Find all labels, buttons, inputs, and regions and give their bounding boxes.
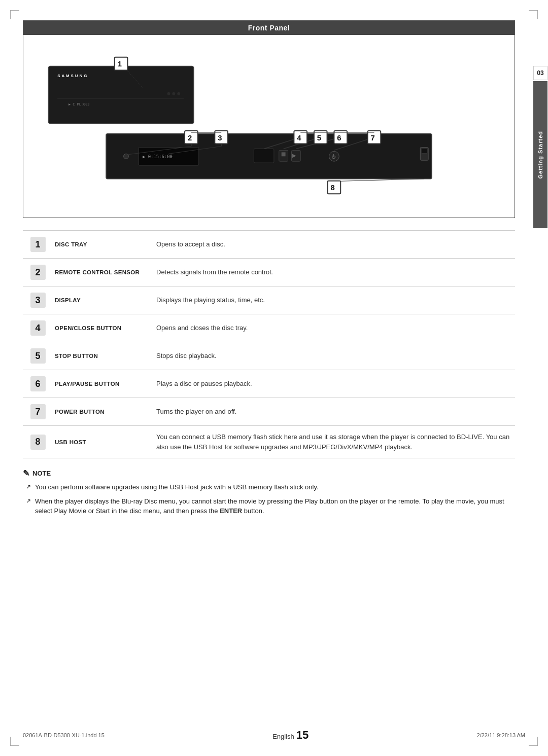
- diagram-svg: SAMSUNG ▶ C PL:003 ▶ 0:15:6:00: [23, 35, 515, 218]
- svg-rect-9: [139, 147, 199, 165]
- item-label: PLAY/PAUSE BUTTON: [51, 370, 152, 398]
- item-number-box: 7: [30, 404, 46, 419]
- svg-text:▶: ▶: [292, 153, 296, 158]
- svg-line-29: [334, 137, 374, 151]
- svg-point-16: [329, 151, 339, 161]
- svg-rect-13: [282, 152, 286, 156]
- table-row: 7POWER BUTTONTurns the player on and off…: [23, 398, 515, 426]
- svg-rect-40: [314, 131, 327, 144]
- diagram-area: SAMSUNG ▶ C PL:003 ▶ 0:15:6:00: [23, 35, 515, 218]
- item-label: REMOTE CONTROL SENSOR: [51, 259, 152, 286]
- svg-line-25: [168, 147, 221, 154]
- svg-text:4: 4: [297, 134, 301, 142]
- note-bold-enter: ENTER: [220, 507, 242, 515]
- item-label: POWER BUTTON: [51, 398, 152, 426]
- svg-text:SAMSUNG: SAMSUNG: [57, 74, 88, 78]
- item-number-cell: 6: [23, 370, 51, 398]
- item-number-box: 2: [30, 265, 46, 280]
- footer-filename: 02061A-BD-D5300-XU-1.indd 15: [23, 732, 105, 738]
- note-title: ✎ NOTE: [23, 469, 515, 478]
- main-content: Front Panel SAMSUNG ▶ C PL:003: [23, 20, 520, 516]
- svg-point-5: [172, 92, 175, 95]
- item-number-cell: 3: [23, 286, 51, 314]
- item-label: STOP BUTTON: [51, 342, 152, 370]
- table-row: 1DISC TRAYOpens to accept a disc.: [23, 231, 515, 259]
- item-number-cell: 4: [23, 314, 51, 342]
- svg-rect-7: [106, 134, 432, 179]
- note-section: ✎ NOTE You can perform software upgrades…: [23, 469, 515, 516]
- svg-rect-11: [254, 149, 274, 163]
- item-number-box: 4: [30, 320, 46, 336]
- svg-line-28: [296, 137, 340, 149]
- note-icon: ✎: [23, 469, 29, 478]
- svg-text:2: 2: [188, 134, 192, 142]
- svg-rect-46: [328, 181, 341, 194]
- svg-line-23: [126, 147, 191, 155]
- front-panel-section: Front Panel SAMSUNG ▶ C PL:003: [23, 20, 515, 218]
- corner-mark-tl: [10, 10, 19, 19]
- item-description: Turns the player on and off.: [152, 398, 515, 426]
- svg-rect-19: [421, 148, 427, 153]
- svg-rect-34: [185, 131, 198, 144]
- svg-line-21: [121, 64, 144, 89]
- svg-point-8: [124, 154, 129, 159]
- table-row: 6PLAY/PAUSE BUTTONPlays a disc or pauses…: [23, 370, 515, 398]
- svg-text:8: 8: [330, 184, 334, 192]
- footer-page-number: 15: [296, 729, 309, 742]
- sidebar-label-wrap: Getting Started: [533, 81, 547, 228]
- item-description: You can connect a USB memory flash stick…: [152, 426, 515, 458]
- svg-text:6: 6: [337, 134, 341, 142]
- item-description: Opens to accept a disc.: [152, 231, 515, 259]
- svg-rect-18: [420, 147, 428, 160]
- item-description: Detects signals from the remote control.: [152, 259, 515, 286]
- front-panel-header: Front Panel: [23, 21, 515, 35]
- svg-rect-0: [48, 66, 193, 124]
- item-number-box: 8: [30, 435, 46, 450]
- svg-text:1: 1: [118, 60, 122, 68]
- svg-point-6: [167, 92, 170, 95]
- item-number-cell: 5: [23, 342, 51, 370]
- page-footer: 02061A-BD-D5300-XU-1.indd 15 English 15 …: [23, 729, 525, 742]
- corner-mark-bl: [10, 737, 19, 746]
- footer-pagenum: English 15: [272, 729, 309, 742]
- item-label: DISC TRAY: [51, 231, 152, 259]
- svg-text:3: 3: [218, 134, 222, 142]
- corner-mark-br: [529, 737, 538, 746]
- note-item: You can perform software upgrades using …: [23, 482, 515, 492]
- svg-rect-14: [291, 150, 300, 161]
- svg-rect-36: [215, 131, 228, 144]
- item-description: Displays the playing status, time, etc.: [152, 286, 515, 314]
- item-number-cell: 8: [23, 426, 51, 458]
- svg-text:5: 5: [317, 134, 321, 142]
- table-row: 5STOP BUTTONStops disc playback.: [23, 342, 515, 370]
- corner-mark-tr: [529, 10, 538, 19]
- item-label: DISPLAY: [51, 286, 152, 314]
- item-label: USB HOST: [51, 426, 152, 458]
- footer-english: English: [272, 733, 294, 740]
- item-number-box: 3: [30, 293, 46, 308]
- item-label: OPEN/CLOSE BUTTON: [51, 314, 152, 342]
- svg-text:▶ 0:15:6:00: ▶ 0:15:6:00: [143, 154, 173, 159]
- svg-line-31: [334, 179, 424, 182]
- item-number-cell: 7: [23, 398, 51, 426]
- item-number-box: 1: [30, 237, 46, 252]
- svg-line-27: [284, 137, 321, 149]
- note-items-container: You can perform software upgrades using …: [23, 482, 515, 516]
- note-title-text: NOTE: [32, 470, 51, 477]
- table-row: 8USB HOSTYou can connect a USB memory fl…: [23, 426, 515, 458]
- svg-text:▶ C PL:003: ▶ C PL:003: [68, 102, 90, 106]
- footer-date: 2/22/11 9:28:13 AM: [477, 732, 525, 738]
- svg-text:⏻: ⏻: [331, 154, 336, 159]
- item-number-box: 5: [30, 348, 46, 364]
- svg-rect-32: [115, 57, 128, 70]
- sidebar-section-number: 03: [533, 66, 547, 80]
- table-row: 4OPEN/CLOSE BUTTONOpens and closes the d…: [23, 314, 515, 342]
- note-item: When the player displays the Blu-ray Dis…: [23, 496, 515, 516]
- item-number-cell: 2: [23, 259, 51, 286]
- table-row: 2REMOTE CONTROL SENSORDetects signals fr…: [23, 259, 515, 286]
- sidebar-section-label: Getting Started: [537, 131, 543, 178]
- svg-rect-12: [279, 150, 288, 161]
- svg-text:7: 7: [371, 134, 375, 142]
- item-number-cell: 1: [23, 231, 51, 259]
- svg-rect-38: [294, 131, 307, 144]
